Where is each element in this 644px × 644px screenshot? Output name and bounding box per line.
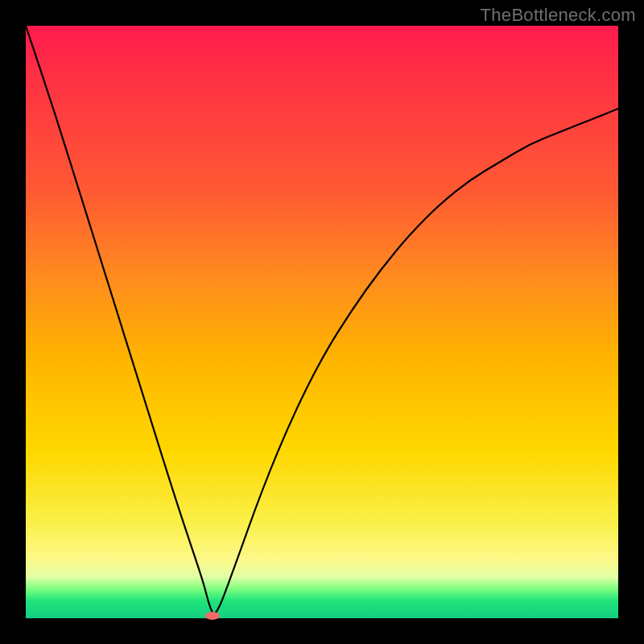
watermark-text: TheBottleneck.com: [481, 5, 636, 26]
svg-point-0: [205, 612, 220, 620]
min-marker: [205, 612, 220, 620]
chart-svg: [26, 26, 618, 618]
plot-area: [26, 26, 618, 618]
bottleneck-curve: [26, 26, 618, 613]
chart-frame: TheBottleneck.com: [0, 0, 644, 644]
